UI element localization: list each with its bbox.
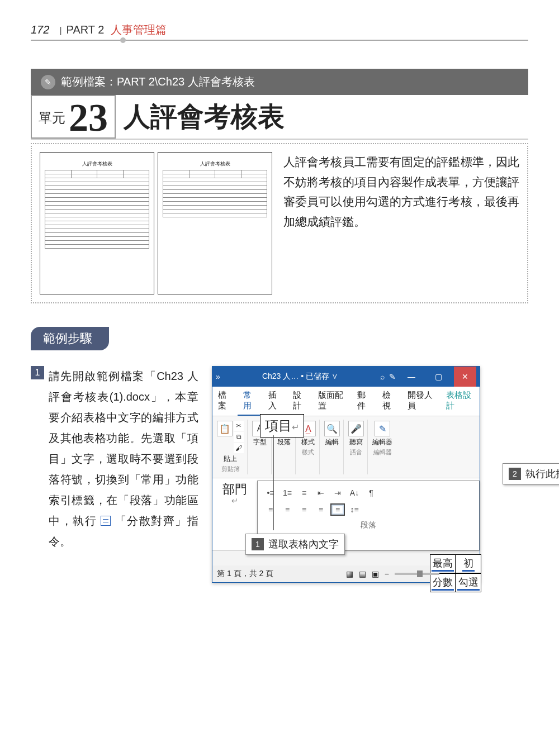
paragraph-row-2: ≡ ≡ ≡ ≡ ≡ ↕≡ (258, 501, 479, 518)
editor-label: 編輯器 (372, 438, 392, 447)
file-icon: ✎ (41, 75, 55, 89)
zoom-slider[interactable] (395, 573, 439, 575)
minimize-button[interactable]: — (400, 372, 423, 381)
unit-title-row: 單元 23 人評會考核表 (31, 95, 528, 140)
cell-initial: 初 (456, 554, 481, 573)
selected-cell-item: 項目↵ (260, 414, 304, 438)
part-label: PART 2 (67, 23, 105, 36)
steps-heading: 範例步驟 (31, 327, 109, 350)
page-header: 172 | PART 2 人事管理篇 (31, 22, 528, 41)
group-dictate: 🎤 聽寫 語音 (346, 420, 368, 474)
callout-1-num: 1 (252, 538, 264, 550)
unit-title: 人評會考核表 (124, 99, 285, 135)
align-right-icon[interactable]: ≡ (297, 503, 311, 516)
callout-1-leader (273, 435, 274, 530)
styles-label: 樣式 (301, 438, 315, 447)
line-spacing-icon[interactable]: ↕≡ (347, 503, 362, 516)
table-header-cells-2: 分數 勾選 (430, 573, 481, 592)
paragraph-label: 段落 (277, 438, 291, 447)
justify-distributed-icon (101, 516, 111, 526)
unit-label: 單元 (39, 111, 65, 125)
tab-developer[interactable]: 開發人員 (402, 387, 441, 416)
tab-home[interactable]: 常用 (238, 387, 263, 416)
return-icon-2: ↵ (292, 422, 299, 432)
step-body-a: 請先開啟範例檔案「Ch23 人評會考核表(1).docx」，本章要介紹表格中文字… (49, 370, 198, 527)
tab-file[interactable]: 檔案 (212, 387, 238, 416)
unit-box: 單元 23 (31, 95, 116, 139)
step-number-badge: 1 (31, 366, 44, 379)
decrease-indent-icon[interactable]: ⇤ (314, 487, 328, 499)
return-icon: ↵ (217, 496, 253, 505)
callout-1-text: 選取表格內文字 (268, 538, 339, 551)
step-row: 1 請先開啟範例檔案「Ch23 人評會考核表(1).docx」，本章要介紹表格中… (31, 366, 528, 583)
multilevel-icon[interactable]: ≡ (297, 487, 311, 499)
view-print-icon[interactable]: ▤ (359, 569, 366, 578)
view-web-icon[interactable]: ▣ (372, 569, 379, 578)
preview-area: 人評會考核表 (31, 143, 528, 303)
thumbnail-caption-1: 人評會考核表 (45, 160, 149, 168)
pen-icon[interactable]: ✎ (389, 372, 396, 381)
ribbon-tabs: 檔案 常用 插入 設計 版面配置 郵件 檢視 開發人員 表格設計 (212, 387, 480, 416)
close-button[interactable]: ✕ (454, 367, 476, 387)
editing-icon[interactable]: 🔍 (324, 421, 340, 436)
editing-label: 編輯 (325, 438, 339, 447)
cell-score: 分數 (430, 573, 456, 592)
showmarks-icon[interactable]: ¶ (364, 487, 378, 499)
intro-paragraph: 人評會考核員工需要有固定的評鑑標準，因此不妨將考核的項目內容製作成表單，方便讓評… (283, 152, 519, 294)
more-icon[interactable]: » (216, 372, 220, 381)
group-clipboard: 📋 ✂ ⧉ 🖌 貼上 剪貼簿 (215, 420, 248, 474)
dictate-label: 聽寫 (349, 438, 363, 447)
zoom-out-icon[interactable]: − (385, 569, 389, 578)
example-file-bar: ✎ 範例檔案：PART 2\Ch23 人評會考核表 (31, 69, 528, 95)
thumbnail-row: 人評會考核表 (40, 152, 274, 294)
clipboard-label: 剪貼簿 (221, 465, 240, 473)
cell-check: 勾選 (456, 573, 481, 592)
maximize-button[interactable]: ▢ (427, 372, 449, 381)
thumbnail-table-1 (45, 170, 149, 249)
page-number: 172 (31, 23, 49, 36)
search-icon[interactable]: ⌕ (380, 372, 385, 381)
table-header-cells: 最高 初 (430, 554, 481, 573)
font-label: 字型 (253, 438, 267, 447)
tab-insert[interactable]: 插入 (263, 387, 288, 416)
paste-label: 貼上 (224, 454, 237, 464)
thumbnail-caption-2: 人評會考核表 (163, 160, 267, 168)
thumbnail-table-2 (163, 170, 267, 217)
justify-icon[interactable]: ≡ (314, 503, 328, 516)
dictate-icon[interactable]: 🎤 (348, 421, 364, 436)
numbering-icon[interactable]: 1≡ (280, 487, 295, 499)
editor-icon[interactable]: ✎ (375, 421, 390, 436)
tab-design[interactable]: 設計 (287, 387, 312, 416)
ribbon: 📋 ✂ ⧉ 🖌 貼上 剪貼簿 A 字型 ≡ 段 (212, 416, 480, 478)
thumbnail-page-1: 人評會考核表 (40, 152, 154, 294)
copy-icon[interactable]: ⧉ (234, 432, 244, 442)
group-editor: ✎ 編輯器 編輯器 (370, 420, 396, 474)
view-read-icon[interactable]: ▦ (346, 569, 353, 578)
tab-mail[interactable]: 郵件 (352, 387, 377, 416)
bullets-icon[interactable]: •≡ (263, 487, 278, 499)
example-file-label: 範例檔案：PART 2\Ch23 人評會考核表 (61, 74, 255, 89)
thumbnail-page-2: 人評會考核表 (158, 152, 272, 294)
header-dot-icon (120, 37, 126, 43)
format-painter-icon[interactable]: 🖌 (234, 443, 244, 453)
tab-review[interactable]: 檢視 (377, 387, 402, 416)
sort-icon[interactable]: A↓ (347, 487, 362, 499)
step-body-text: 請先開啟範例檔案「Ch23 人評會考核表(1).docx」，本章要介紹表格中文字… (49, 366, 198, 552)
paragraph-popup-label: 段落 (258, 520, 479, 530)
step-text-block: 1 請先開啟範例檔案「Ch23 人評會考核表(1).docx」，本章要介紹表格中… (31, 366, 198, 552)
tab-table-design[interactable]: 表格設計 (440, 387, 480, 416)
distributed-align-icon[interactable]: ≡ (330, 503, 345, 516)
group-editing: 🔍 編輯 (322, 420, 344, 474)
increase-indent-icon[interactable]: ⇥ (330, 487, 345, 499)
paste-icon[interactable]: 📋 (217, 421, 233, 436)
cut-icon[interactable]: ✂ (234, 421, 244, 431)
unit-number: 23 (69, 98, 108, 137)
doc-dept-text: 部門 (217, 483, 253, 496)
window-title: Ch23 人… • 已儲存 ∨ (225, 372, 376, 382)
styles-group-label: 樣式 (302, 448, 314, 457)
editor-group-label: 編輯器 (373, 448, 392, 457)
tab-layout[interactable]: 版面配置 (312, 387, 352, 416)
align-left-icon[interactable]: ≡ (263, 503, 278, 516)
align-center-icon[interactable]: ≡ (280, 503, 295, 516)
title-bar: » Ch23 人… • 已儲存 ∨ ⌕ ✎ — ▢ ✕ (212, 367, 480, 387)
